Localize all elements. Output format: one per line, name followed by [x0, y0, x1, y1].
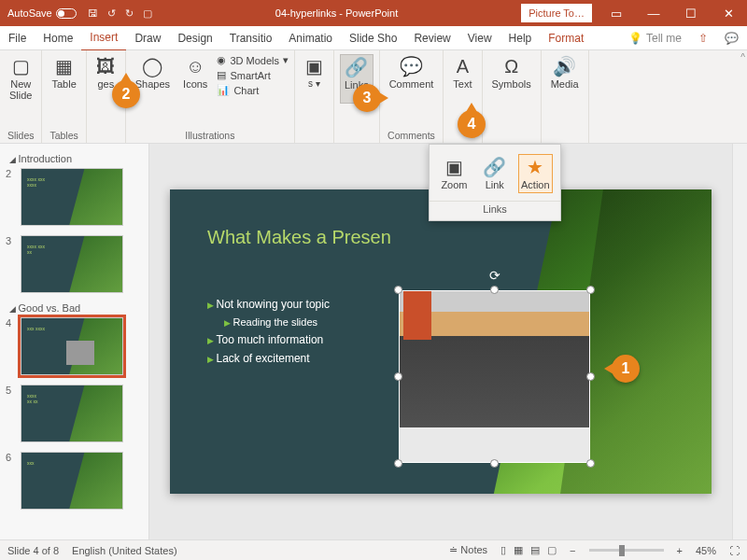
zoom-button[interactable]: ▣Zoom — [437, 154, 471, 193]
sub-bullet: Reading the slides — [224, 316, 330, 328]
maximize-icon[interactable]: ☐ — [672, 7, 710, 21]
links-dropdown: ▣Zoom 🔗Link ★Action Links — [429, 144, 561, 221]
callout-2: 2 — [112, 80, 140, 108]
table-button[interactable]: ▦ Table — [48, 54, 79, 91]
chart-icon: 📊 — [217, 84, 230, 96]
collapse-ribbon-icon[interactable]: ^ — [740, 52, 745, 63]
new-slide-button[interactable]: ▢ New Slide — [6, 54, 35, 103]
zoom-out-button[interactable]: − — [570, 545, 575, 556]
resize-handle[interactable] — [394, 286, 402, 294]
thumbnail-slide-2[interactable]: 2xxxx xxxxxxx — [6, 168, 143, 226]
group-label: Tables — [49, 130, 78, 141]
addins-icon: ▣ — [305, 56, 323, 77]
comments-button[interactable]: 💬 — [716, 26, 747, 50]
ribbon-options-icon[interactable]: ▭ — [598, 7, 635, 21]
autosave-label: AutoSave — [7, 7, 52, 19]
tab-help[interactable]: Help — [500, 26, 541, 50]
image-content — [399, 290, 590, 463]
link-icon: 🔗 — [345, 57, 368, 77]
tab-animations[interactable]: Animatio — [280, 26, 341, 50]
smartart-button[interactable]: ▤SmartArt — [217, 69, 289, 81]
addins-button[interactable]: ▣s ▾ — [302, 54, 327, 91]
tab-format[interactable]: Format — [540, 26, 592, 50]
link-button[interactable]: 🔗Link — [479, 154, 510, 193]
text-button[interactable]: AText — [449, 54, 475, 91]
3d-models-button[interactable]: ◉3D Models ▾ — [217, 54, 289, 66]
tab-draw[interactable]: Draw — [126, 26, 169, 50]
undo-icon[interactable]: ↺ — [107, 7, 116, 20]
share-button[interactable]: ⇧ — [690, 26, 716, 50]
resize-handle[interactable] — [490, 459, 499, 468]
normal-view-icon[interactable]: ▯ — [500, 544, 506, 556]
symbols-button[interactable]: ΩSymbols — [488, 54, 535, 91]
language-status[interactable]: English (United States) — [72, 545, 177, 556]
resize-handle[interactable] — [490, 286, 499, 294]
tab-review[interactable]: Review — [405, 26, 458, 50]
group-symbols: ΩSymbols — [483, 50, 542, 143]
tell-me[interactable]: 💡Tell me — [620, 26, 690, 50]
quick-access-toolbar: 🖫 ↺ ↻ ▢ — [88, 7, 152, 20]
bullet: Lack of excitement — [207, 352, 330, 365]
slide-thumbnails[interactable]: Introduction 2xxxx xxxxxxx 3xxxx xxxxx G… — [0, 144, 149, 539]
sorter-view-icon[interactable]: ▦ — [514, 544, 523, 556]
zoom-icon: ▣ — [445, 157, 463, 177]
resize-handle[interactable] — [586, 286, 595, 294]
slide-counter[interactable]: Slide 4 of 8 — [7, 545, 59, 556]
tab-transitions[interactable]: Transitio — [221, 26, 281, 50]
slideshow-view-icon[interactable]: ▢ — [547, 544, 557, 556]
group-label: Illustrations — [185, 130, 234, 141]
resize-handle[interactable] — [394, 372, 402, 381]
zoom-in-button[interactable]: + — [677, 545, 683, 556]
media-button[interactable]: 🔊Media — [547, 54, 583, 91]
resize-handle[interactable] — [394, 459, 402, 468]
3d-models-icon: ◉ — [217, 54, 226, 66]
close-icon[interactable]: ✕ — [710, 7, 747, 21]
thumbnail-slide-4[interactable]: 4xxx xxxx — [6, 317, 143, 375]
reading-view-icon[interactable]: ▤ — [530, 544, 540, 556]
callout-1: 1 — [612, 355, 640, 383]
tab-design[interactable]: Design — [169, 26, 220, 50]
redo-icon[interactable]: ↻ — [125, 7, 134, 20]
thumbnail-slide-3[interactable]: 3xxxx xxxxx — [6, 235, 143, 293]
action-button[interactable]: ★Action — [518, 154, 553, 193]
save-icon[interactable]: 🖫 — [88, 7, 98, 20]
tab-slideshow[interactable]: Slide Sho — [341, 26, 405, 50]
icons-icon: ☺ — [186, 56, 204, 77]
zoom-level[interactable]: 45% — [696, 545, 716, 556]
chart-button[interactable]: 📊Chart — [217, 84, 289, 96]
smartart-icon: ▤ — [217, 69, 226, 81]
section-header[interactable]: Good vs. Bad — [9, 302, 145, 314]
icons-button[interactable]: ☺Icons — [179, 54, 211, 91]
slide-bullets[interactable]: Not knowing your topic Reading the slide… — [207, 292, 330, 371]
vertical-scrollbar[interactable] — [732, 144, 747, 539]
selected-image[interactable]: ⟳ — [399, 290, 590, 463]
group-addins-hidden: ▣s ▾ — [295, 50, 334, 143]
tab-insert[interactable]: Insert — [81, 25, 126, 51]
section-header[interactable]: Introduction — [9, 153, 145, 164]
tab-file[interactable]: File — [0, 26, 35, 50]
comment-icon: 💬 — [400, 56, 423, 77]
thumbnail-slide-6[interactable]: 6xxx — [6, 452, 143, 510]
minimize-icon[interactable]: — — [635, 7, 672, 21]
rotate-handle-icon[interactable]: ⟳ — [489, 268, 500, 283]
bullet: Too much information — [207, 333, 330, 346]
comment-button[interactable]: 💬Comment — [386, 54, 438, 91]
new-slide-icon: ▢ — [12, 56, 30, 77]
resize-handle[interactable] — [586, 459, 595, 468]
tab-view[interactable]: View — [459, 26, 500, 50]
slide-title[interactable]: What Makes a Presen — [207, 227, 391, 248]
zoom-slider[interactable] — [589, 549, 664, 552]
tab-home[interactable]: Home — [35, 26, 81, 50]
notes-button[interactable]: ≐ Notes — [449, 544, 487, 556]
shapes-icon: ◯ — [142, 56, 162, 77]
autosave-toggle[interactable]: AutoSave — [7, 7, 77, 19]
status-bar: Slide 4 of 8 English (United States) ≐ N… — [0, 539, 747, 560]
action-icon: ★ — [527, 157, 543, 177]
ribbon-tabs: File Home Insert Draw Design Transitio A… — [0, 26, 747, 50]
fit-window-icon[interactable]: ⛶ — [729, 545, 740, 556]
resize-handle[interactable] — [586, 372, 595, 381]
picture-tools-contextual[interactable]: Picture To… — [521, 4, 592, 22]
document-title: 04-hyperlinks - PowerPoint — [152, 7, 522, 19]
thumbnail-slide-5[interactable]: 5xxxxxx xx — [6, 385, 143, 442]
start-slideshow-icon[interactable]: ▢ — [143, 7, 152, 20]
